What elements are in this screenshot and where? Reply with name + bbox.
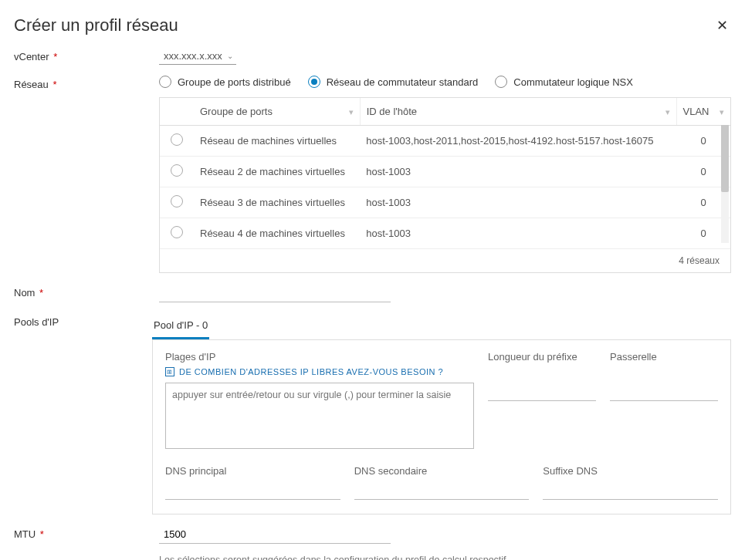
close-icon[interactable]: ✕ (713, 14, 731, 37)
ip-calculator-link[interactable]: ⊞ DE COMBIEN D'ADRESSES IP LIBRES AVEZ-V… (165, 367, 474, 376)
tab-pool-0[interactable]: Pool d'IP - 0 (152, 313, 209, 339)
row-radio[interactable] (171, 226, 183, 238)
network-table: Groupe de ports▾ ID de l'hôte▾ VLAN▾ Rés… (159, 97, 731, 273)
table-row[interactable]: Réseau 2 de machines virtuelles host-100… (160, 157, 730, 187)
traffic-hint: Les sélections seront suggérées dans la … (159, 555, 731, 560)
col-host[interactable]: ID de l'hôte▾ (360, 98, 676, 126)
prefix-label: Longueur du préfixe (488, 351, 596, 363)
radio-nsx[interactable]: Commutateur logique NSX (495, 76, 633, 88)
network-label: Réseau * (14, 76, 159, 90)
filter-icon[interactable]: ▾ (349, 107, 354, 117)
dns-suffix-input[interactable] (543, 481, 718, 500)
col-group[interactable]: Groupe de ports▾ (194, 98, 360, 126)
vcenter-label: vCenter * (14, 48, 159, 62)
row-radio[interactable] (171, 195, 183, 207)
radio-distributed[interactable]: Groupe de ports distribué (159, 76, 291, 88)
mtu-input[interactable] (159, 525, 391, 544)
ranges-label: Plages d'IP (165, 351, 474, 363)
page-title: Créer un profil réseau (14, 15, 178, 35)
gateway-label: Passerelle (610, 351, 718, 363)
pools-label: Pools d'IP (14, 313, 152, 328)
table-row[interactable]: Réseau 4 de machines virtuelles host-100… (160, 218, 730, 249)
name-label: Nom * (14, 284, 159, 299)
row-radio[interactable] (171, 164, 183, 177)
dns-primary-input[interactable] (165, 481, 340, 500)
table-footer: 4 réseaux (160, 248, 730, 272)
filter-icon[interactable]: ▾ (720, 107, 724, 117)
mtu-label: MTU * (14, 525, 159, 540)
dns-secondary-label: DNS secondaire (354, 465, 530, 477)
dns-suffix-label: Suffixe DNS (543, 465, 718, 477)
dns-primary-label: DNS principal (165, 465, 340, 477)
ip-ranges-input[interactable] (165, 383, 474, 449)
col-vlan[interactable]: VLAN▾ (676, 98, 730, 126)
dns-secondary-input[interactable] (354, 481, 530, 500)
radio-standard[interactable]: Réseau de commutateur standard (308, 76, 479, 88)
prefix-input[interactable] (488, 383, 596, 401)
name-input[interactable] (159, 284, 391, 302)
gateway-input[interactable] (610, 383, 718, 401)
filter-icon[interactable]: ▾ (665, 107, 670, 117)
traffic-label: Type de trafic HCX (facultatif) (14, 555, 159, 560)
vcenter-select[interactable]: xxx.xxx.x.xxx ⌄ (159, 48, 236, 65)
calculator-icon: ⊞ (165, 367, 174, 376)
table-row[interactable]: Réseau de machines virtuelles host-1003,… (160, 126, 730, 157)
chevron-down-icon: ⌄ (227, 52, 233, 60)
row-radio[interactable] (171, 133, 183, 146)
table-row[interactable]: Réseau 3 de machines virtuelles host-100… (160, 187, 730, 218)
